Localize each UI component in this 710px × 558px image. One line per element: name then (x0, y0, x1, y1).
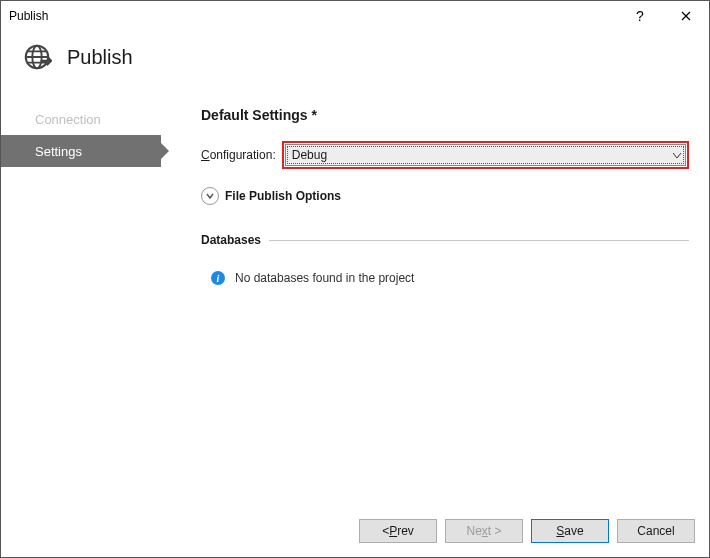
expander-label: File Publish Options (225, 189, 341, 203)
page-title: Publish (67, 46, 133, 69)
divider (269, 240, 689, 241)
close-button[interactable] (663, 1, 709, 31)
sidebar-item-label: Connection (35, 112, 101, 127)
configuration-dropdown[interactable]: Debug (285, 144, 686, 166)
configuration-label: Configuration: (201, 148, 276, 162)
window-title: Publish (9, 9, 48, 23)
publish-dialog: Publish ? Publish Connection (0, 0, 710, 558)
titlebar: Publish ? (1, 1, 709, 31)
databases-section-header: Databases (201, 233, 689, 247)
chevron-down-icon (673, 150, 681, 161)
cancel-button[interactable]: Cancel (617, 519, 695, 543)
dialog-header: Publish (1, 31, 709, 93)
databases-label: Databases (201, 233, 261, 247)
dialog-footer: < Prev Next > Save Cancel (1, 505, 709, 557)
help-button[interactable]: ? (617, 1, 663, 31)
configuration-highlight: Debug (282, 141, 689, 169)
info-icon: i (211, 271, 225, 285)
databases-empty-row: i No databases found in the project (201, 271, 689, 285)
settings-panel: Default Settings * Configuration: Debug (161, 93, 709, 505)
save-button[interactable]: Save (531, 519, 609, 543)
next-button: Next > (445, 519, 523, 543)
panel-heading: Default Settings * (201, 107, 689, 123)
help-icon: ? (636, 8, 644, 24)
sidebar-item-settings[interactable]: Settings (1, 135, 161, 167)
expand-icon (201, 187, 219, 205)
publish-icon (21, 41, 53, 73)
sidebar-item-connection[interactable]: Connection (1, 103, 161, 135)
databases-empty-text: No databases found in the project (235, 271, 414, 285)
sidebar: Connection Settings (1, 93, 161, 505)
prev-button[interactable]: < Prev (359, 519, 437, 543)
close-icon (681, 8, 691, 24)
configuration-value: Debug (292, 148, 327, 162)
sidebar-item-label: Settings (35, 144, 82, 159)
file-publish-options-expander[interactable]: File Publish Options (201, 187, 689, 205)
